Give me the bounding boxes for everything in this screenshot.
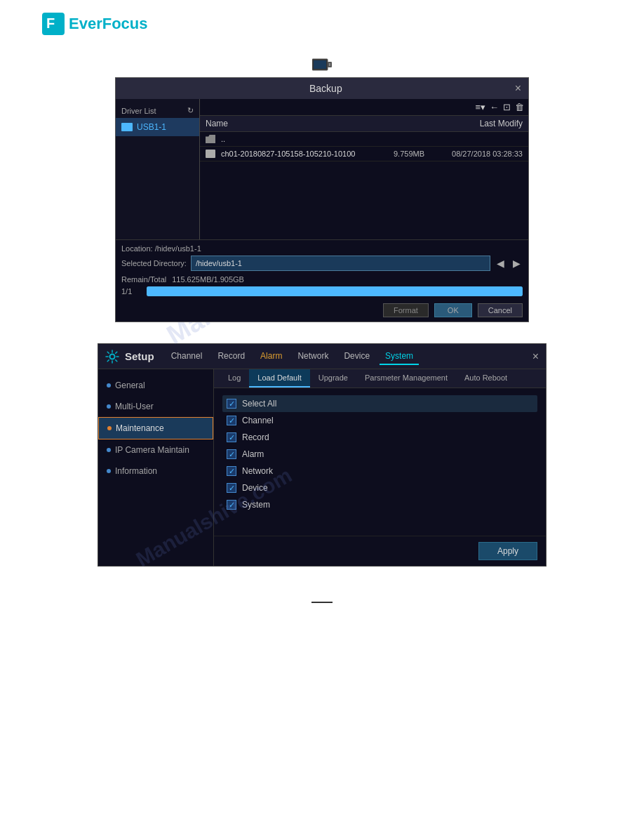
checkbox-alarm[interactable]: ✓	[227, 449, 236, 459]
selected-dir-row: Selected Directory: ◀ ▶	[121, 256, 523, 271]
backup-body: Driver List ↻ USB1-1 ≡▾ ← ⊡ 🗑 Name Last …	[116, 99, 528, 239]
ok-button[interactable]: OK	[434, 303, 472, 317]
sidebar-item-information[interactable]: Information	[98, 461, 213, 482]
progress-bar	[147, 286, 523, 296]
backup-icon-area	[0, 56, 644, 72]
sidebar-dot-information	[107, 469, 111, 473]
setup-titlebar: Setup Channel Record Alarm Network Devic…	[98, 344, 546, 369]
parent-dir-row[interactable]: ..	[200, 132, 528, 147]
nav-record[interactable]: Record	[212, 348, 250, 365]
file-toolbar: ≡▾ ← ⊡ 🗑	[200, 99, 528, 116]
setup-sidebar: General Multi-User Maintenance IP Camera…	[98, 369, 214, 566]
sidebar-item-multiuser[interactable]: Multi-User	[98, 396, 213, 417]
logo-text: EverFocus	[69, 15, 148, 33]
nav-network[interactable]: Network	[292, 348, 334, 365]
backup-icon	[312, 56, 332, 72]
nav-device[interactable]: Device	[338, 348, 375, 365]
checkbox-device-row: ✓ Device	[222, 479, 537, 496]
file-table-header: Name Last Modify	[200, 116, 528, 132]
dialog-titlebar: Backup ×	[116, 78, 528, 99]
checkbox-record-row: ✓ Record	[222, 429, 537, 446]
cancel-button[interactable]: Cancel	[478, 303, 523, 317]
setup-title: Setup	[125, 350, 154, 362]
sidebar-dot-ipcamera	[107, 448, 111, 452]
logo-area: F EverFocus	[0, 0, 644, 42]
nav-system[interactable]: System	[380, 348, 419, 365]
tab-parameter-management[interactable]: Parsmeter Management	[356, 369, 456, 388]
back-button[interactable]: ←	[490, 102, 499, 112]
svg-text:F: F	[46, 15, 55, 31]
driver-panel: Driver List ↻ USB1-1	[116, 99, 200, 239]
sidebar-dot-multiuser	[107, 404, 111, 409]
tab-upgrade[interactable]: Upgrade	[310, 369, 356, 388]
setup-close-button[interactable]: ×	[532, 350, 539, 363]
checkbox-record[interactable]: ✓	[227, 432, 236, 442]
checkbox-network[interactable]: ✓	[227, 466, 236, 476]
tab-log[interactable]: Log	[220, 369, 249, 388]
checkbox-system[interactable]: ✓	[227, 500, 236, 510]
backup-dialog: Backup × Driver List ↻ USB1-1 ≡▾ ← ⊡ 🗑 N	[115, 77, 529, 322]
sidebar-item-ipcamera[interactable]: IP Camera Maintain	[98, 439, 213, 461]
selected-dir-input[interactable]	[191, 256, 490, 271]
sidebar-item-maintenance[interactable]: Maintenance	[98, 417, 213, 439]
home-button[interactable]: ⊡	[503, 102, 511, 112]
svg-rect-5	[329, 63, 330, 66]
checkbox-system-row: ✓ System	[222, 496, 537, 513]
svg-rect-3	[314, 60, 326, 69]
checkbox-network-row: ✓ Network	[222, 463, 537, 479]
bottom-dash	[311, 602, 333, 603]
setup-dialog: Setup Channel Record Alarm Network Devic…	[98, 343, 546, 567]
nav-channel[interactable]: Channel	[166, 348, 208, 365]
apply-button[interactable]: Apply	[478, 542, 537, 560]
svg-point-6	[110, 354, 115, 359]
setup-content: ✓ Select All ✓ Channel ✓ Record	[214, 388, 546, 536]
backup-title: Backup	[137, 83, 515, 94]
refresh-icon[interactable]: ↻	[187, 106, 194, 115]
backup-close-button[interactable]: ×	[515, 82, 521, 95]
checkbox-alarm-row: ✓ Alarm	[222, 446, 537, 463]
view-toggle-button[interactable]: ≡▾	[475, 102, 485, 112]
setup-nav: Channel Record Alarm Network Device Syst…	[166, 348, 532, 365]
remain-row: Remain/Total 115.625MB/1.905GB	[121, 275, 523, 284]
sidebar-item-general[interactable]: General	[98, 375, 213, 396]
setup-main: Log Load Default Upgrade Parsmeter Manag…	[214, 369, 546, 566]
usb-icon	[121, 123, 133, 131]
delete-button[interactable]: 🗑	[515, 102, 524, 112]
file-icon	[206, 150, 215, 158]
file-row[interactable]: ch01-20180827-105158-105210-10100 9.759M…	[200, 147, 528, 161]
tab-auto-reboot[interactable]: Auto Reboot	[456, 369, 516, 388]
format-button[interactable]: Format	[383, 303, 429, 317]
gear-icon	[105, 350, 119, 364]
sidebar-dot-general	[107, 383, 111, 388]
driver-list-header: Driver List ↻	[116, 103, 199, 118]
checkbox-device[interactable]: ✓	[227, 483, 236, 493]
file-panel: ≡▾ ← ⊡ 🗑 Name Last Modify .. ch01-201808…	[200, 99, 528, 239]
sidebar-dot-maintenance	[107, 426, 112, 430]
checkbox-channel[interactable]: ✓	[227, 416, 236, 425]
backup-footer: Location: /hidev/usb1-1 Selected Directo…	[116, 239, 528, 300]
setup-tabs: Log Load Default Upgrade Parsmeter Manag…	[214, 369, 546, 388]
usb-driver-item[interactable]: USB1-1	[116, 118, 199, 136]
dir-next-button[interactable]: ▶	[511, 258, 523, 269]
dir-prev-button[interactable]: ◀	[495, 258, 507, 269]
folder-icon	[206, 135, 215, 143]
setup-body: General Multi-User Maintenance IP Camera…	[98, 369, 546, 566]
checkbox-channel-row: ✓ Channel	[222, 412, 537, 429]
tab-load-default[interactable]: Load Default	[249, 369, 309, 388]
location-line: Location: /hidev/usb1-1	[121, 244, 523, 253]
setup-apply-row: Apply	[214, 536, 546, 566]
checkbox-select-all-row: ✓ Select All	[222, 395, 537, 412]
bottom-line	[0, 595, 644, 619]
checkbox-select-all[interactable]: ✓	[227, 399, 236, 409]
logo-icon: F	[42, 13, 65, 35]
nav-alarm[interactable]: Alarm	[255, 348, 288, 365]
dialog-bottom-buttons: Format OK Cancel	[116, 300, 528, 322]
progress-row: 1/1	[121, 286, 523, 296]
progress-fill	[147, 286, 523, 296]
